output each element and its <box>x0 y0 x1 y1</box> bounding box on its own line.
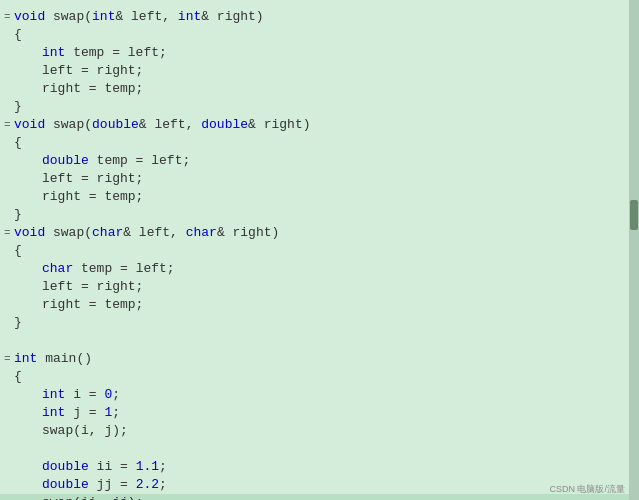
token: right = temp; <box>42 81 143 96</box>
line-content: left = right; <box>12 170 635 188</box>
token: { <box>14 243 22 258</box>
token: & right) <box>201 9 263 24</box>
token: ; <box>112 405 120 420</box>
code-editor: =void swap(int& left, int& right){int te… <box>0 0 639 500</box>
code-line: =void swap(int& left, int& right) <box>0 8 639 26</box>
code-line <box>0 440 639 458</box>
line-content: int j = 1; <box>12 404 635 422</box>
token: & left, <box>139 117 201 132</box>
token: i = <box>65 387 104 402</box>
line-content: void swap(int& left, int& right) <box>12 8 635 26</box>
line-content: } <box>12 206 635 224</box>
token: double <box>201 117 248 132</box>
token: right = temp; <box>42 189 143 204</box>
line-content: swap(i, j); <box>12 422 635 440</box>
code-line: left = right; <box>0 278 639 296</box>
line-content: } <box>12 98 635 116</box>
token: int <box>42 387 65 402</box>
watermark-label: CSDN 电脑版/流量 <box>549 483 625 496</box>
code-line: left = right; <box>0 62 639 80</box>
line-content: int temp = left; <box>12 44 635 62</box>
scrollbar[interactable] <box>629 0 639 500</box>
token: & right) <box>217 225 279 240</box>
token: } <box>14 207 22 222</box>
code-line: left = right; <box>0 170 639 188</box>
code-line: int temp = left; <box>0 44 639 62</box>
token: char <box>92 225 123 240</box>
token: int <box>42 45 65 60</box>
line-marker: = <box>4 350 12 368</box>
token: void <box>14 9 45 24</box>
token: double <box>42 459 89 474</box>
token: double <box>42 477 89 492</box>
token: int <box>14 351 37 366</box>
code-line: char temp = left; <box>0 260 639 278</box>
line-content: double temp = left; <box>12 152 635 170</box>
code-line: right = temp; <box>0 188 639 206</box>
token: swap( <box>45 117 92 132</box>
code-line: { <box>0 134 639 152</box>
token: double <box>92 117 139 132</box>
token: int <box>42 405 65 420</box>
token: { <box>14 27 22 42</box>
line-content: left = right; <box>12 278 635 296</box>
token: double <box>42 153 89 168</box>
token: void <box>14 117 45 132</box>
code-line: right = temp; <box>0 296 639 314</box>
code-line: } <box>0 98 639 116</box>
line-content: } <box>12 314 635 332</box>
token: 1.1 <box>136 459 159 474</box>
line-marker: = <box>4 116 12 134</box>
token: swap( <box>45 225 92 240</box>
line-content: right = temp; <box>12 188 635 206</box>
code-line: right = temp; <box>0 80 639 98</box>
token: { <box>14 369 22 384</box>
token: jj = <box>89 477 136 492</box>
token: ii = <box>89 459 136 474</box>
code-line: double ii = 1.1; <box>0 458 639 476</box>
line-content: int i = 0; <box>12 386 635 404</box>
line-content: double ii = 1.1; <box>12 458 635 476</box>
token: temp = left; <box>73 261 174 276</box>
code-line: int i = 0; <box>0 386 639 404</box>
token: swap(ii, jj); <box>42 495 143 500</box>
token: & left, <box>123 225 185 240</box>
token: left = right; <box>42 171 143 186</box>
code-line: double temp = left; <box>0 152 639 170</box>
line-content: void swap(double& left, double& right) <box>12 116 635 134</box>
token: void <box>14 225 45 240</box>
token: right = temp; <box>42 297 143 312</box>
line-content: right = temp; <box>12 296 635 314</box>
line-content: void swap(char& left, char& right) <box>12 224 635 242</box>
code-line: =void swap(double& left, double& right) <box>0 116 639 134</box>
line-content: { <box>12 368 635 386</box>
token: temp = left; <box>65 45 166 60</box>
code-line: swap(ii, jj); <box>0 494 639 500</box>
code-line: } <box>0 206 639 224</box>
token: main() <box>37 351 92 366</box>
code-line: { <box>0 368 639 386</box>
token: ; <box>112 387 120 402</box>
token: } <box>14 315 22 330</box>
code-line: swap(i, j); <box>0 422 639 440</box>
token: j = <box>65 405 104 420</box>
code-line: =int main() <box>0 350 639 368</box>
line-marker: = <box>4 224 12 242</box>
token: swap( <box>45 9 92 24</box>
line-content: left = right; <box>12 62 635 80</box>
line-marker: = <box>4 8 12 26</box>
line-content: right = temp; <box>12 80 635 98</box>
code-line: } <box>0 314 639 332</box>
scrollbar-thumb[interactable] <box>630 200 638 230</box>
token: int <box>178 9 201 24</box>
token: ; <box>159 459 167 474</box>
token: char <box>186 225 217 240</box>
token: 2.2 <box>136 477 159 492</box>
code-lines: =void swap(int& left, int& right){int te… <box>0 8 639 500</box>
line-content: { <box>12 134 635 152</box>
token: left = right; <box>42 279 143 294</box>
token: swap(i, j); <box>42 423 128 438</box>
code-line: { <box>0 242 639 260</box>
code-line: double jj = 2.2; <box>0 476 639 494</box>
token: ; <box>159 477 167 492</box>
